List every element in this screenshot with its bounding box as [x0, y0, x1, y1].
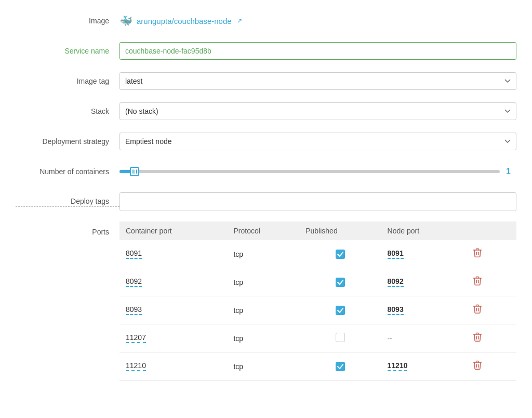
ports-header-row: Container port Protocol Published Node p…: [119, 221, 516, 240]
node-port-cell: --: [381, 324, 463, 352]
delete-port-button[interactable]: [469, 246, 486, 262]
num-containers-control-wrap: 1: [119, 166, 516, 177]
ports-table: Container port Protocol Published Node p…: [119, 221, 516, 381]
table-row: 8093tcp8093: [119, 296, 516, 324]
node-port-value[interactable]: 8093: [388, 305, 404, 315]
deployment-strategy-label: Deployment strategy: [16, 137, 119, 146]
num-containers-label: Number of containers: [16, 167, 119, 176]
node-port-cell: 8092: [381, 268, 463, 296]
container-port-cell: 8092: [119, 268, 227, 296]
slider-track: [119, 170, 500, 173]
published-checkbox-unchecked[interactable]: [336, 333, 345, 342]
slider-wrap: 1: [119, 166, 516, 177]
stack-select[interactable]: (No stack): [119, 102, 516, 120]
col-node-port: Node port: [381, 221, 463, 240]
image-tag-label: Image tag: [16, 77, 119, 85]
deploy-tags-input[interactable]: [119, 192, 516, 211]
delete-cell: [463, 240, 516, 268]
ports-table-head: Container port Protocol Published Node p…: [119, 221, 516, 240]
container-port-value[interactable]: 8093: [126, 305, 142, 315]
deployment-strategy-select-wrap: Emptiest node: [119, 133, 516, 150]
node-port-cell: 11210: [381, 352, 463, 381]
protocol-cell: tcp: [227, 296, 299, 324]
delete-cell: [463, 352, 516, 381]
col-published: Published: [299, 221, 381, 240]
image-tag-row: Image tag latest: [16, 71, 516, 92]
container-port-value[interactable]: 11207: [126, 333, 146, 343]
delete-cell: [463, 324, 516, 352]
table-row: 11207tcp--: [119, 324, 516, 352]
container-port-cell: 8093: [119, 296, 227, 324]
image-value-wrap: 🐳 arungupta/couchbase-node ↗︎: [119, 15, 516, 27]
service-name-input-wrap: [119, 42, 516, 60]
container-port-cell: 11207: [119, 324, 227, 352]
published-checkbox-checked[interactable]: [336, 362, 345, 371]
slider-thumb-lines: [132, 169, 137, 174]
published-cell: [299, 268, 381, 296]
container-port-value[interactable]: 11210: [126, 361, 146, 371]
table-row: 11210tcp11210: [119, 352, 516, 381]
table-row: 8091tcp8091: [119, 240, 516, 268]
stack-label: Stack: [16, 107, 119, 115]
image-display: 🐳 arungupta/couchbase-node ↗︎: [119, 15, 516, 27]
published-cell: [299, 240, 381, 268]
protocol-cell: tcp: [227, 352, 299, 381]
slider-thumb[interactable]: [130, 167, 139, 176]
col-container-port: Container port: [119, 221, 227, 240]
deployment-strategy-select[interactable]: Emptiest node: [119, 133, 516, 150]
published-cell: [299, 296, 381, 324]
delete-port-button[interactable]: [469, 275, 486, 290]
ports-label: Ports: [16, 221, 119, 236]
ports-table-body: 8091tcp80918092tcp80928093tcp809311207tc…: [119, 240, 516, 381]
protocol-cell: tcp: [227, 240, 299, 268]
table-row: 8092tcp8092: [119, 268, 516, 296]
delete-port-button[interactable]: [469, 359, 486, 374]
node-port-cell: 8091: [381, 240, 463, 268]
deploy-tags-input-wrap: [119, 192, 516, 211]
slider-thumb-line-2: [135, 169, 136, 174]
delete-port-button[interactable]: [469, 331, 486, 346]
service-name-input[interactable]: [119, 42, 516, 60]
published-checkbox-checked[interactable]: [336, 306, 345, 315]
image-link[interactable]: arungupta/couchbase-node: [137, 17, 232, 25]
deploy-tags-label: Deploy tags: [16, 197, 119, 207]
slider-thumb-line-3: [136, 169, 137, 174]
node-port-value[interactable]: 11210: [388, 361, 408, 371]
delete-cell: [463, 268, 516, 296]
published-checkbox-checked[interactable]: [336, 250, 345, 259]
published-cell: [299, 324, 381, 352]
protocol-cell: tcp: [227, 324, 299, 352]
node-port-value[interactable]: 8092: [388, 277, 404, 287]
docker-icon: 🐳: [119, 15, 132, 27]
deployment-strategy-row: Deployment strategy Emptiest node: [16, 131, 516, 152]
published-cell: [299, 352, 381, 381]
stack-row: Stack (No stack): [16, 101, 516, 122]
stack-select-wrap: (No stack): [119, 102, 516, 120]
node-port-dash: --: [388, 334, 392, 343]
ports-table-wrap: Container port Protocol Published Node p…: [119, 221, 516, 381]
published-checkbox-checked[interactable]: [336, 278, 345, 287]
service-name-label: Service name: [16, 47, 119, 55]
image-label: Image: [16, 17, 119, 25]
image-row: Image 🐳 arungupta/couchbase-node ↗︎: [16, 10, 516, 31]
slider-thumb-line-1: [132, 169, 134, 174]
delete-port-button[interactable]: [469, 303, 486, 318]
service-name-row: Service name: [16, 41, 516, 61]
delete-cell: [463, 296, 516, 324]
node-port-value[interactable]: 8091: [388, 249, 404, 259]
container-port-value[interactable]: 8091: [126, 249, 142, 259]
slider-container: [119, 166, 500, 177]
num-containers-row: Number of containers 1: [16, 161, 516, 182]
deploy-tags-row: Deploy tags: [16, 191, 516, 212]
container-port-cell: 11210: [119, 352, 227, 381]
ports-section: Ports Container port Protocol Published …: [16, 221, 516, 381]
col-protocol: Protocol: [227, 221, 299, 240]
image-tag-select[interactable]: latest: [119, 72, 516, 90]
slider-value: 1: [506, 167, 516, 176]
node-port-cell: 8093: [381, 296, 463, 324]
protocol-cell: tcp: [227, 268, 299, 296]
col-actions: [463, 221, 516, 240]
container-port-cell: 8091: [119, 240, 227, 268]
container-port-value[interactable]: 8092: [126, 277, 142, 287]
external-link-icon[interactable]: ↗︎: [237, 17, 242, 24]
